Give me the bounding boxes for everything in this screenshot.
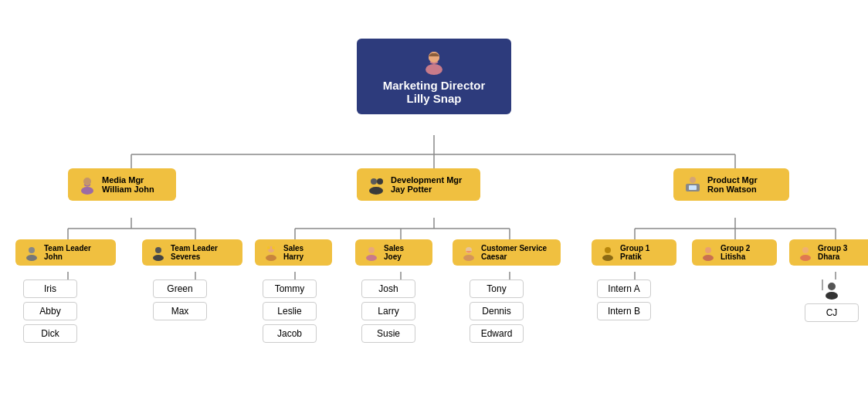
svg-point-53	[366, 255, 377, 261]
svg-point-39	[377, 178, 383, 185]
leaf-interna-text: Intern A	[597, 280, 651, 298]
svg-point-62	[828, 283, 836, 290]
cs-caesar-name: Caesar	[481, 252, 547, 261]
leaf-grp3-group: CJ	[805, 280, 859, 322]
root-node: Marketing Director Lilly Snap	[357, 39, 511, 114]
grp1-node: Group 1 Pratik	[592, 239, 676, 266]
svg-point-58	[705, 247, 711, 253]
svg-point-50	[272, 246, 275, 249]
leaf-leslie-text: Leslie	[263, 302, 317, 320]
leaf-grp1-group: Intern A Intern B	[597, 280, 651, 320]
leaf-cj-text: CJ	[805, 303, 859, 322]
root-title-line1: Marketing Director	[383, 79, 486, 92]
leaf-abby-text: Abby	[23, 302, 77, 320]
leaf-josh-text: Josh	[361, 280, 415, 298]
sales-harry-name: Harry	[283, 252, 303, 261]
dev-mgr-name: Jay Potter	[391, 185, 462, 194]
cj-avatar-icon	[822, 280, 842, 300]
tl-severes-avatar-icon	[150, 244, 167, 261]
grp2-avatar-icon	[700, 244, 717, 261]
tl-john-title: Team Leader	[44, 244, 91, 252]
grp1-avatar-icon	[599, 244, 616, 261]
leaf-tony-text: Tony	[470, 280, 524, 298]
svg-point-60	[802, 247, 809, 253]
svg-point-45	[26, 255, 37, 261]
cs-caesar-node: Customer Service Caesar	[453, 239, 561, 266]
svg-point-61	[800, 255, 811, 261]
leaf-tommy-text: Tommy	[263, 280, 317, 298]
svg-point-51	[266, 255, 276, 261]
product-mgr-name: Ron Watson	[707, 185, 758, 194]
leaf-internb-text: Intern B	[597, 302, 651, 320]
dev-mgr-node: Development Mgr Jay Potter	[357, 168, 480, 201]
svg-point-44	[29, 247, 35, 253]
dev-mgr-title: Development Mgr	[391, 175, 462, 185]
leaf-iris-text: Iris	[23, 280, 77, 298]
svg-rect-42	[689, 185, 697, 190]
tl-john-node: Team Leader John	[15, 239, 116, 266]
leaf-green-text: Green	[153, 280, 207, 298]
sales-harry-avatar-icon	[263, 244, 280, 261]
root-avatar-icon	[420, 48, 448, 76]
leaf-susie-text: Susie	[361, 324, 415, 343]
product-mgr-title: Product Mgr	[707, 175, 758, 185]
sales-harry-title: Sales	[283, 244, 303, 252]
media-mgr-node: Media Mgr William John	[68, 168, 176, 201]
grp2-name: Litisha	[721, 252, 750, 261]
media-mgr-title: Media Mgr	[102, 175, 154, 185]
sales-joey-name: Joey	[384, 252, 404, 261]
dev-mgr-avatar-icon	[366, 174, 386, 195]
sales-joey-avatar-icon	[363, 244, 380, 261]
product-mgr-avatar-icon	[683, 174, 703, 195]
svg-point-49	[267, 246, 270, 249]
tl-john-name: John	[44, 252, 91, 261]
svg-point-63	[826, 292, 838, 300]
leaf-dick-text: Dick	[23, 324, 77, 343]
root-title-line2: Lilly Snap	[407, 92, 462, 105]
svg-point-38	[371, 178, 377, 185]
tl-severes-node: Team Leader Severes	[142, 239, 242, 266]
leaf-caesar-group: Tony Dennis Edward	[470, 280, 524, 343]
sales-joey-node: Sales Joey	[355, 239, 432, 266]
svg-point-52	[368, 247, 375, 253]
org-chart: Marketing Director Lilly Snap Media Mgr …	[0, 0, 868, 393]
grp2-title: Group 2	[721, 244, 750, 252]
media-mgr-name: William John	[102, 185, 154, 194]
leaf-dennis-text: Dennis	[470, 302, 524, 320]
grp3-name: Dhara	[818, 252, 847, 261]
product-mgr-node: Product Mgr Ron Watson	[673, 168, 789, 201]
sales-harry-node: Sales Harry	[255, 239, 332, 266]
svg-point-57	[602, 255, 613, 261]
svg-point-34	[426, 64, 442, 75]
leaf-joey-group: Josh Larry Susie	[361, 280, 415, 343]
grp3-node: Group 3 Dhara	[789, 239, 868, 266]
svg-point-56	[605, 247, 611, 253]
tl-severes-name: Severes	[171, 252, 218, 261]
grp3-avatar-icon	[797, 244, 814, 261]
tl-john-avatar-icon	[23, 244, 40, 261]
svg-point-40	[369, 187, 383, 195]
cs-caesar-avatar-icon	[460, 244, 477, 261]
grp1-title: Group 1	[620, 244, 649, 252]
svg-point-47	[153, 255, 164, 261]
svg-point-59	[703, 255, 714, 261]
svg-point-46	[155, 247, 161, 253]
svg-point-37	[81, 187, 93, 195]
cs-caesar-title: Customer Service	[481, 244, 547, 252]
grp1-name: Pratik	[620, 252, 649, 261]
grp3-title: Group 3	[818, 244, 847, 252]
leaf-severes-group: Green Max	[153, 280, 207, 320]
tl-severes-title: Team Leader	[171, 244, 218, 252]
leaf-larry-text: Larry	[361, 302, 415, 320]
leaf-iris: Iris Abby Dick	[23, 280, 77, 343]
leaf-jacob-text: Jacob	[263, 324, 317, 343]
svg-point-43	[690, 177, 696, 183]
grp2-node: Group 2 Litisha	[692, 239, 777, 266]
leaf-harry-group: Tommy Leslie Jacob	[263, 280, 317, 343]
leaf-max-text: Max	[153, 302, 207, 320]
svg-point-55	[463, 255, 474, 261]
leaf-edward-text: Edward	[470, 324, 524, 343]
media-mgr-avatar-icon	[77, 174, 97, 195]
sales-joey-title: Sales	[384, 244, 404, 252]
